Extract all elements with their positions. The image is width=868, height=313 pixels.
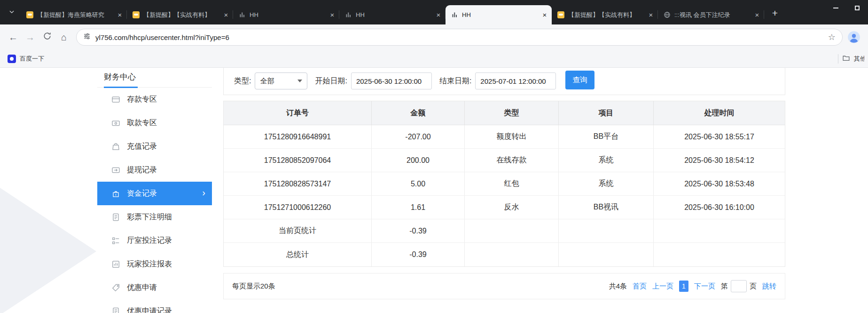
- sidebar-item-label: 充值记录: [127, 142, 157, 152]
- other-bookmarks[interactable]: 其他书签: [838, 54, 864, 64]
- profile-avatar[interactable]: [847, 31, 860, 44]
- type-select[interactable]: 全部: [255, 72, 307, 89]
- sidebar-item-funds-records[interactable]: 资金记录 ›: [97, 182, 212, 205]
- tab-close-icon[interactable]: ×: [647, 11, 655, 19]
- end-date-input[interactable]: [475, 72, 556, 89]
- summary-label-cell: 总统计: [224, 243, 372, 266]
- sidebar-item-deposit-zone[interactable]: 存款专区: [97, 88, 212, 111]
- time-cell: 2025-06-30 18:55:17: [654, 125, 785, 149]
- tag-icon: [111, 283, 120, 292]
- url-text[interactable]: yl756.com/hhcp/usercenter.html?iniType=6: [95, 33, 823, 41]
- column-header: 订单号: [224, 101, 372, 125]
- filter-panel: 类型: 全部 开始日期: 结束日期: 查询: [223, 68, 785, 95]
- baidu-favicon: [8, 55, 16, 63]
- table-row-page-total: 当前页统计 -0.39: [224, 219, 785, 243]
- bookmarks-bar: 百度一下 其他书签: [0, 50, 868, 68]
- total-count: 共4条: [609, 282, 627, 291]
- hh-bars-favicon: [451, 11, 458, 18]
- banknote-icon: [111, 119, 120, 128]
- bookmark-baidu[interactable]: 百度一下: [4, 52, 48, 65]
- minimize-button[interactable]: [825, 0, 846, 16]
- new-tab-button[interactable]: +: [768, 6, 782, 20]
- bookmarks-divider: [838, 54, 838, 64]
- hh-bars-favicon: [239, 11, 246, 18]
- tab-close-icon[interactable]: ×: [753, 11, 761, 19]
- money-bag-icon: [111, 142, 120, 151]
- list-icon: [111, 236, 120, 245]
- tab-close-icon[interactable]: ×: [222, 11, 230, 19]
- tab-list: 【新提醒】海燕策略研究 × 【新提醒】【实战有料】 × HH × HH × HH…: [21, 5, 764, 24]
- maximize-button[interactable]: [846, 0, 868, 16]
- type-select-value: 全部: [260, 77, 274, 86]
- tab-close-icon[interactable]: ×: [434, 11, 443, 19]
- reload-icon: [43, 32, 52, 43]
- page-jump-input[interactable]: [731, 280, 747, 292]
- start-date-input[interactable]: [351, 72, 432, 89]
- chevron-right-icon: ›: [202, 187, 205, 198]
- tab-close-icon[interactable]: ×: [328, 11, 336, 19]
- query-button[interactable]: 查询: [565, 71, 594, 89]
- time-cell: 2025-06-30 18:53:48: [654, 172, 785, 196]
- project-cell: BB视讯: [559, 196, 654, 219]
- table-body: 1751280916648991 -207.00 额度转出 BB平台 2025-…: [224, 125, 785, 266]
- current-page-badge[interactable]: 1: [679, 281, 688, 292]
- tab-close-icon[interactable]: ×: [540, 11, 549, 19]
- end-date-label: 结束日期:: [439, 76, 471, 86]
- time-cell: 2025-06-30 18:54:12: [654, 149, 785, 172]
- home-button[interactable]: ⌂: [55, 29, 72, 46]
- url-bar[interactable]: yl756.com/hhcp/usercenter.html?iniType=6…: [76, 29, 843, 46]
- project-cell: 系统: [559, 149, 654, 172]
- page-jump: 第 页: [721, 280, 757, 292]
- type-cell: 在线存款: [465, 149, 559, 172]
- sidebar-item-withdrawal-records[interactable]: 提现记录: [97, 158, 212, 182]
- order-id-cell: 1751280828573147: [224, 172, 372, 196]
- first-page-link[interactable]: 首页: [633, 282, 647, 291]
- time-cell: [654, 219, 785, 243]
- sidebar-item-promo-application-records[interactable]: 优惠申请记录: [97, 299, 212, 313]
- type-cell: 红包: [465, 172, 559, 196]
- record-document-icon: [111, 307, 120, 313]
- sidebar-item-recharge-records[interactable]: 充值记录: [97, 135, 212, 158]
- back-button[interactable]: ←: [5, 29, 22, 46]
- amount-cell: 200.00: [372, 149, 465, 172]
- forward-button[interactable]: →: [22, 29, 39, 46]
- sidebar-header: 财务中心: [97, 68, 212, 88]
- sidebar-item-label: 存款专区: [127, 95, 157, 104]
- tab-close-icon[interactable]: ×: [116, 11, 124, 19]
- browser-tab[interactable]: HH ×: [339, 5, 446, 24]
- browser-tab[interactable]: 【新提醒】【实战有料】 ×: [127, 5, 233, 24]
- table-row-grand-total: 总统计 -0.39: [224, 243, 785, 266]
- reload-button[interactable]: [39, 29, 55, 46]
- tab-search-button[interactable]: [4, 5, 20, 21]
- forward-icon: →: [25, 32, 35, 43]
- browser-tab-active[interactable]: HH ×: [446, 5, 552, 24]
- sidebar-item-label: 资金记录: [127, 189, 157, 199]
- tab-title: :::视讯 会员下注纪录: [674, 11, 749, 19]
- order-id-cell: 1751280852097064: [224, 149, 372, 172]
- sidebar-item-player-bet-report[interactable]: 玩家投注报表: [97, 252, 212, 276]
- table-row: 1751280852097064 200.00 在线存款 系统 2025-06-…: [224, 149, 785, 172]
- browser-tab[interactable]: 【新提醒】【实战有料】 ×: [552, 5, 658, 24]
- browser-tab[interactable]: :::视讯 会员下注纪录 ×: [658, 5, 764, 24]
- sidebar-item-label: 取款专区: [127, 118, 157, 128]
- type-cell: [465, 243, 559, 266]
- prev-page-link[interactable]: 上一页: [652, 282, 673, 291]
- type-cell: 反水: [465, 196, 559, 219]
- page-size-text: 每页显示20条: [232, 282, 275, 291]
- bookmark-star-icon[interactable]: ☆: [828, 32, 836, 42]
- next-page-link[interactable]: 下一页: [694, 282, 715, 291]
- browser-tab[interactable]: 【新提醒】海燕策略研究 ×: [21, 5, 127, 24]
- browser-tab[interactable]: HH ×: [233, 5, 339, 24]
- sidebar-item-lottery-bet-details[interactable]: 彩票下注明细: [97, 205, 212, 229]
- chat-favicon: [26, 11, 33, 18]
- sidebar-header-label: 财务中心: [104, 72, 136, 82]
- sidebar: 财务中心 存款专区 取款专区 充值记录 提现记录 资金记录 › 彩票下注明细: [97, 68, 212, 313]
- time-cell: 2025-06-30 16:10:00: [654, 196, 785, 219]
- tab-title: 【新提醒】海燕策略研究: [37, 11, 112, 19]
- amount-cell: -0.39: [372, 243, 465, 266]
- site-info-icon[interactable]: [83, 32, 91, 42]
- sidebar-item-hall-bet-records[interactable]: 厅室投注记录: [97, 229, 212, 252]
- sidebar-item-promo-application[interactable]: 优惠申请: [97, 276, 212, 299]
- jump-button[interactable]: 跳转: [762, 282, 776, 291]
- sidebar-item-withdraw-zone[interactable]: 取款专区: [97, 111, 212, 135]
